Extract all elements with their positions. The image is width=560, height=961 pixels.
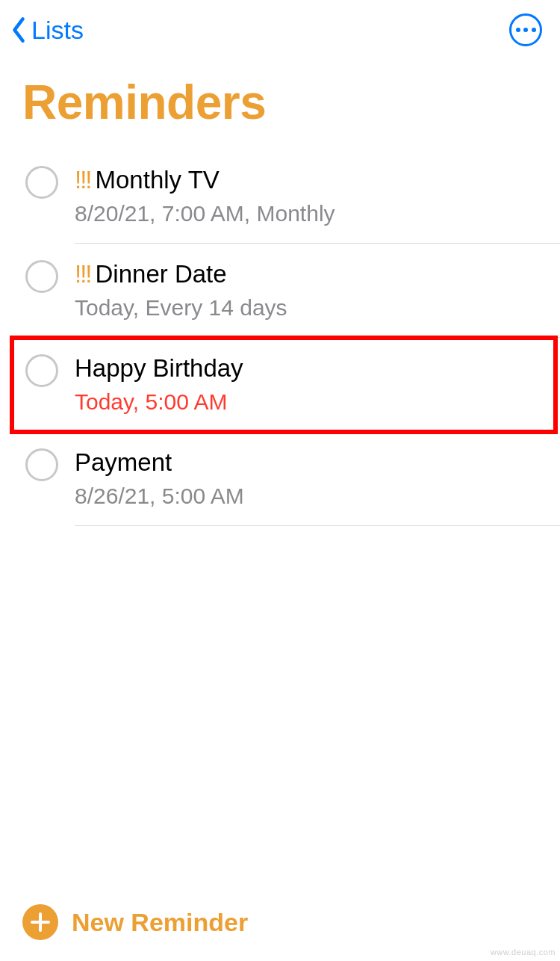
- more-button[interactable]: [509, 13, 542, 46]
- reminder-content: !!!Dinner DateToday, Every 14 days: [75, 259, 560, 338]
- reminder-title: Monthly TV: [96, 166, 220, 194]
- complete-toggle[interactable]: [25, 166, 58, 199]
- back-label: Lists: [31, 16, 84, 45]
- reminder-content: Happy BirthdayToday, 5:00 AM: [75, 353, 556, 432]
- reminder-row[interactable]: !!!Dinner DateToday, Every 14 days: [25, 244, 560, 338]
- dot-icon: [523, 28, 528, 32]
- chevron-left-icon: [10, 16, 27, 44]
- reminder-row[interactable]: !!!Monthly TV8/20/21, 7:00 AM, Monthly: [25, 149, 560, 244]
- reminder-title: Happy Birthday: [75, 354, 243, 382]
- reminders-list: !!!Monthly TV8/20/21, 7:00 AM, Monthly!!…: [0, 149, 560, 526]
- reminder-title-line: Payment: [75, 447, 545, 479]
- reminder-row[interactable]: Payment8/26/21, 5:00 AM: [25, 432, 560, 526]
- reminder-subtitle: Today, 5:00 AM: [75, 389, 541, 415]
- reminder-content: Payment8/26/21, 5:00 AM: [75, 447, 560, 526]
- complete-toggle[interactable]: [25, 354, 58, 387]
- page-title: Reminders: [0, 54, 560, 149]
- new-reminder-label: New Reminder: [72, 908, 248, 937]
- reminder-subtitle: 8/26/21, 5:00 AM: [75, 483, 545, 509]
- watermark: www.deuaq.com: [491, 948, 556, 957]
- dot-icon: [532, 28, 536, 32]
- reminder-title-line: !!!Dinner Date: [75, 259, 545, 291]
- plus-icon: [22, 904, 58, 940]
- new-reminder-button[interactable]: New Reminder: [0, 891, 560, 961]
- reminder-title-line: !!!Monthly TV: [75, 164, 545, 197]
- complete-toggle[interactable]: [25, 448, 58, 481]
- complete-toggle[interactable]: [25, 260, 58, 293]
- reminder-row[interactable]: Happy BirthdayToday, 5:00 AM: [12, 338, 556, 432]
- nav-bar: Lists: [0, 0, 560, 54]
- dot-icon: [516, 28, 520, 32]
- reminder-subtitle: Today, Every 14 days: [75, 295, 545, 321]
- reminder-title-line: Happy Birthday: [75, 353, 541, 385]
- priority-indicator: !!!: [75, 260, 96, 288]
- reminder-title: Dinner Date: [96, 260, 227, 288]
- reminder-content: !!!Monthly TV8/20/21, 7:00 AM, Monthly: [75, 164, 560, 244]
- back-button[interactable]: Lists: [10, 16, 84, 45]
- reminder-title: Payment: [75, 448, 172, 476]
- priority-indicator: !!!: [75, 166, 96, 194]
- reminder-subtitle: 8/20/21, 7:00 AM, Monthly: [75, 201, 545, 226]
